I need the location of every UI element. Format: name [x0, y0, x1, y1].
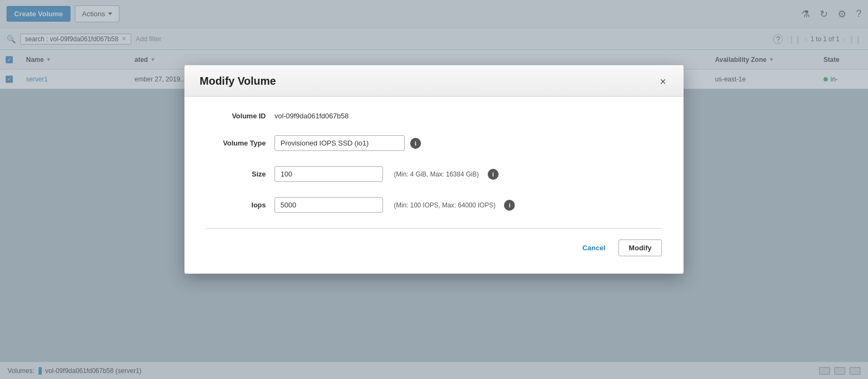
volume-type-info-icon[interactable]: i — [410, 138, 421, 149]
modify-button[interactable]: Modify — [618, 239, 662, 256]
volume-type-row: Volume Type Provisioned IOPS SSD (io1) G… — [206, 135, 662, 151]
volume-type-select-wrap: Provisioned IOPS SSD (io1) General Purpo… — [275, 135, 421, 151]
size-row: Size (Min: 4 GiB, Max: 16384 GiB) i — [206, 166, 662, 182]
size-hint: (Min: 4 GiB, Max: 16384 GiB) — [394, 170, 479, 178]
size-input[interactable] — [275, 166, 383, 182]
modify-volume-modal: Modify Volume × Volume ID vol-09f9da061f… — [184, 65, 684, 274]
volume-type-select[interactable]: Provisioned IOPS SSD (io1) General Purpo… — [275, 135, 405, 151]
volume-id-label: Volume ID — [206, 112, 266, 120]
modal-body: Volume ID vol-09f9da061fd067b58 Volume T… — [184, 97, 684, 274]
volume-id-row: Volume ID vol-09f9da061fd067b58 — [206, 112, 662, 120]
iops-row: Iops (Min: 100 IOPS, Max: 64000 IOPS) i — [206, 197, 662, 213]
modal-footer: Cancel Modify — [206, 239, 662, 261]
modal-header: Modify Volume × — [184, 65, 684, 97]
modal-close-button[interactable]: × — [658, 76, 668, 87]
modal-title: Modify Volume — [200, 75, 276, 87]
volume-id-value: vol-09f9da061fd067b58 — [275, 112, 349, 120]
cancel-button[interactable]: Cancel — [577, 240, 611, 256]
iops-hint: (Min: 100 IOPS, Max: 64000 IOPS) — [394, 201, 495, 209]
size-label: Size — [206, 170, 266, 178]
volume-type-label: Volume Type — [206, 139, 266, 147]
size-info-icon[interactable]: i — [488, 169, 499, 180]
iops-info-icon[interactable]: i — [504, 200, 515, 211]
iops-label: Iops — [206, 201, 266, 209]
iops-input[interactable] — [275, 197, 383, 213]
modal-divider — [206, 228, 662, 229]
